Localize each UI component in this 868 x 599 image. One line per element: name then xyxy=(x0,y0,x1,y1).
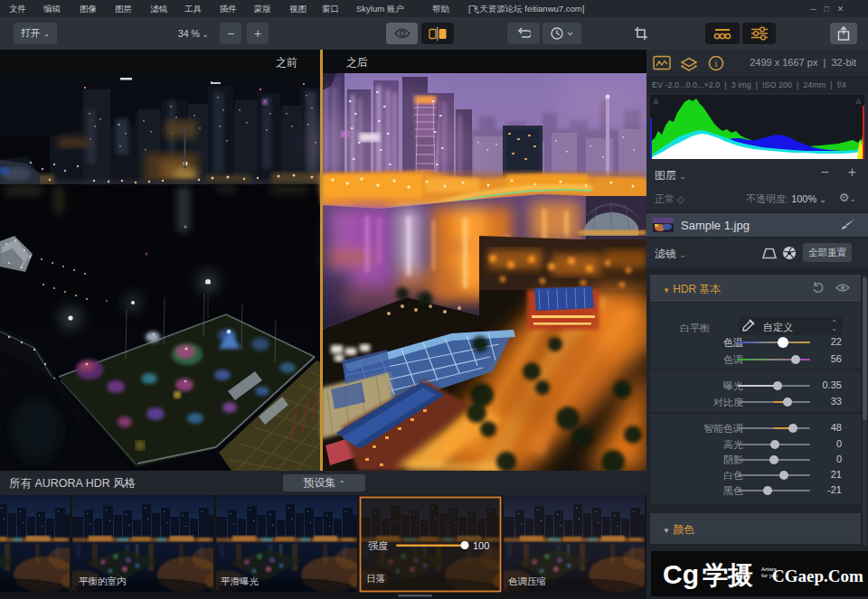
svg-text:日落: 日落 xyxy=(366,573,385,584)
svg-text:色调压缩: 色调压缩 xyxy=(508,576,546,586)
svg-text:平衡的室内: 平衡的室内 xyxy=(79,576,127,586)
svg-text:平滑曝光: 平滑曝光 xyxy=(221,576,259,586)
svg-text:CGaep.Com: CGaep.Com xyxy=(772,566,863,585)
svg-text:i: i xyxy=(714,58,717,69)
svg-text:100: 100 xyxy=(473,540,489,551)
svg-text:学摄: 学摄 xyxy=(703,561,753,589)
svg-text:Cg: Cg xyxy=(663,559,699,589)
svg-text:强度: 强度 xyxy=(368,540,388,551)
